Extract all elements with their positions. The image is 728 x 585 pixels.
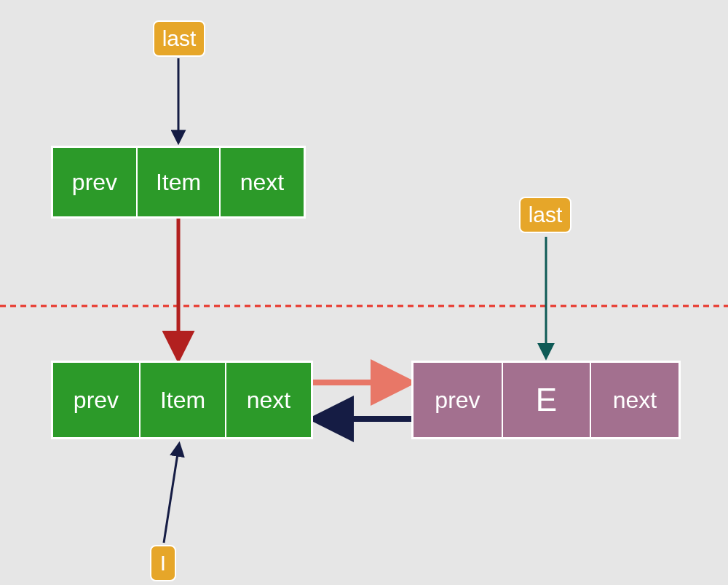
- cell-next: next: [590, 363, 678, 437]
- cell-item: Item: [139, 363, 225, 437]
- node-bottom-green: prev Item next: [51, 361, 313, 439]
- cell-item: Item: [136, 148, 219, 216]
- node-purple: prev E next: [411, 361, 681, 439]
- overlay-svg: [0, 0, 728, 585]
- cell-item-e: E: [502, 363, 590, 437]
- node-top-green: prev Item next: [51, 146, 306, 219]
- label-last-top: last: [153, 20, 205, 57]
- diagram-stage: last prev Item next last prev Item next …: [0, 0, 728, 585]
- cell-prev: prev: [53, 148, 136, 216]
- cell-next: next: [225, 363, 311, 437]
- label-i-bottom: I: [150, 545, 176, 581]
- cell-prev: prev: [53, 363, 139, 437]
- cell-prev: prev: [414, 363, 502, 437]
- arrow-i-to-bottom-node: [164, 444, 179, 543]
- label-last-right: last: [519, 197, 571, 233]
- cell-next: next: [219, 148, 304, 216]
